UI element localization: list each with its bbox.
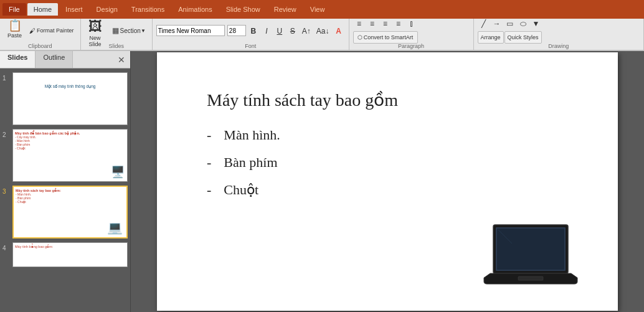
section-dropdown-icon: ▼ [141,28,146,34]
canvas-bullet-1: - Màn hình. [207,127,280,143]
columns-button[interactable]: ⫿ [405,17,418,30]
font-section: B I U S A↑ Aa↓ A [153,19,349,50]
ribbon-tab-slideshow[interactable]: Slide Show [220,3,267,16]
increase-fontsize-button[interactable]: A↑ [300,25,313,37]
ribbon-tab-view[interactable]: View [304,3,331,16]
ribbon-tab-design[interactable]: Design [90,3,124,16]
outline-tab[interactable]: Outline [36,51,73,68]
convert-smartart-button[interactable]: ⬡ Convert to SmartArt [353,31,418,44]
shape-rect-button[interactable]: ▭ [504,17,516,30]
paste-icon: 📋 [8,19,22,32]
align-left-button[interactable]: ≡ [353,17,366,30]
ribbon-tab-transitions[interactable]: Transitions [125,3,171,16]
slide-panel: Slides Outline ✕ 1 Một số máy tính thông… [0,51,131,312]
panel-close-button[interactable]: ✕ [113,51,130,68]
new-slide-icon: 🖼 [88,19,102,35]
section-icon: ▦ [112,26,119,35]
slides-list: 1 Một số máy tính thông dụng 2 Máy tính … [0,69,130,312]
shape-oval-button[interactable]: ⬭ [517,17,529,30]
font-family-input[interactable] [156,25,225,36]
paragraph-section: ≡ ≡ ≡ ≡ ⫿ ⬡ Convert to SmartArt [349,19,474,50]
drawing-section: ╱ → ▭ ⬭ ▼ Arrange Quick Styles [474,19,644,50]
laptop-svg [481,222,580,290]
align-right-button[interactable]: ≡ [379,17,392,30]
slide-preview-3[interactable]: Máy tính sách tay bao gồm: - Màn hình. -… [12,186,128,239]
slides-tab[interactable]: Slides [0,51,36,68]
canvas-bullet-3: - Chuột [207,182,280,198]
slide-thumb-4[interactable]: 4 Máy tính bảng bao gồm: [2,242,128,267]
format-painter-icon: 🖌 [29,27,36,34]
arrange-button[interactable]: Arrange [478,31,504,44]
slide-preview-1[interactable]: Một số máy tính thông dụng [12,72,128,125]
main-layout: Slides Outline ✕ 1 Một số máy tính thông… [0,51,644,312]
slide-thumb-2[interactable]: 2 Máy tính để bàn bao gồm các bộ phận. -… [2,129,128,182]
ribbon-tab-file[interactable]: File [2,3,26,16]
canvas-bullet-2: - Bàn phím [207,154,280,171]
slide-canvas[interactable]: Máy tính sách tay bao gồm - Màn hình. - … [157,52,618,311]
font-size-input[interactable] [227,25,246,36]
align-center-button[interactable]: ≡ [366,17,379,30]
laptop-image [481,222,580,292]
ribbon-tabs-bar: File Home Insert Design Transitions Anim… [0,0,644,19]
canvas-heading: Máy tính sách tay bao gồm [207,90,398,110]
format-painter-button[interactable]: 🖌 Format Painter [27,24,77,37]
ribbon-toolbar: 📋 Paste 🖌 Format Painter 🖼 New Slide ▦ S… [0,19,644,51]
smartart-icon: ⬡ [358,34,362,40]
ribbon-tab-home[interactable]: Home [27,3,58,16]
svg-rect-3 [497,229,564,270]
canvas-area: Máy tính sách tay bao gồm - Màn hình. - … [131,51,644,312]
underline-button[interactable]: U [273,25,286,37]
italic-button[interactable]: I [260,25,273,37]
font-size-input-wrapper [226,25,246,36]
slide-panel-tabs: Slides Outline ✕ [0,51,130,69]
slides-section: 🖼 New Slide ▦ Section ▼ [81,19,153,50]
new-slide-button[interactable]: 🖼 New Slide [85,17,106,44]
svg-rect-2 [518,277,543,280]
ribbon-tab-insert[interactable]: Insert [59,3,89,16]
slide-preview-2[interactable]: Máy tính để bàn bao gồm các bộ phận. - C… [12,129,128,182]
justify-button[interactable]: ≡ [392,17,405,30]
shape-more-button[interactable]: ▼ [530,17,542,30]
canvas-bullets: - Màn hình. - Bàn phím - Chuột [207,127,280,209]
font-color-button[interactable]: A [333,25,345,37]
slide-thumb-3[interactable]: 3 Máy tính sách tay bao gồm: - Màn hình.… [2,186,128,239]
bold-button[interactable]: B [247,25,260,37]
paste-button[interactable]: 📋 Paste [4,17,26,44]
strikethrough-button[interactable]: S [286,25,299,37]
shape-line-button[interactable]: ╱ [478,17,490,30]
slide-thumb-1[interactable]: 1 Một số máy tính thông dụng [2,72,128,125]
ribbon-tab-review[interactable]: Review [268,3,303,16]
shape-arrow-button[interactable]: → [491,17,503,30]
slide-preview-4[interactable]: Máy tính bảng bao gồm: [12,242,128,267]
section-button[interactable]: ▦ Section ▼ [110,24,148,37]
quick-styles-button[interactable]: Quick Styles [504,31,542,44]
ribbon-tab-animations[interactable]: Animations [172,3,218,16]
decrease-fontsize-button[interactable]: Aa↓ [314,25,332,37]
clipboard-section: 📋 Paste 🖌 Format Painter [0,19,81,50]
